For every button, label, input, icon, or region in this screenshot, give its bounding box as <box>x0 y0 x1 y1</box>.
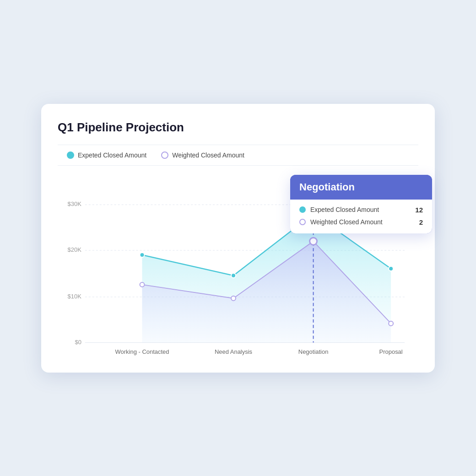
legend-bar: Expeted Closed Amount Weighted Closed Am… <box>58 145 418 166</box>
legend-dot-teal <box>67 151 74 159</box>
legend-label-purple: Weighted Closed Amount <box>172 151 244 159</box>
svg-point-15 <box>140 282 145 287</box>
main-card: Q1 Pipeline Projection Expeted Closed Am… <box>41 104 435 373</box>
svg-point-11 <box>140 253 145 257</box>
svg-point-14 <box>389 266 393 270</box>
svg-point-17 <box>310 238 317 245</box>
tooltip-label-2: Weighted Closed Amount <box>310 218 383 226</box>
tooltip-left-1: Expeted Closed Amount <box>299 206 379 213</box>
tooltip-title: Negotiation <box>299 181 423 193</box>
tooltip-body: Expeted Closed Amount 12 Weighted Closed… <box>290 200 432 233</box>
svg-point-16 <box>231 296 236 300</box>
legend-label-teal: Expeted Closed Amount <box>78 151 146 159</box>
svg-text:$20K: $20K <box>68 246 82 253</box>
svg-point-18 <box>389 321 393 325</box>
svg-point-12 <box>231 273 236 277</box>
svg-text:$0: $0 <box>75 338 81 345</box>
svg-text:Need Analysis: Need Analysis <box>215 348 253 355</box>
svg-text:Working - Contacted: Working - Contacted <box>115 348 169 355</box>
chart-area: $30K $20K $10K $0 <box>58 166 418 358</box>
tooltip-value-1: 12 <box>415 206 423 214</box>
tooltip: Negotiation Expeted Closed Amount 12 Wei… <box>290 175 432 233</box>
tooltip-row-1: Expeted Closed Amount 12 <box>299 206 423 214</box>
tooltip-label-1: Expeted Closed Amount <box>310 206 379 213</box>
legend-item-teal: Expeted Closed Amount <box>67 151 146 159</box>
tooltip-left-2: Weighted Closed Amount <box>299 218 383 226</box>
tooltip-header: Negotiation <box>290 175 432 200</box>
svg-text:$10K: $10K <box>68 292 82 299</box>
legend-item-purple: Weighted Closed Amount <box>161 151 244 159</box>
legend-dot-purple <box>161 151 168 159</box>
tooltip-row-2: Weighted Closed Amount 2 <box>299 218 423 226</box>
page-title: Q1 Pipeline Projection <box>58 120 418 135</box>
svg-text:Proposal: Proposal <box>379 348 403 355</box>
svg-text:Negotiation: Negotiation <box>298 348 329 355</box>
tooltip-dot-teal <box>299 206 306 213</box>
tooltip-value-2: 2 <box>419 218 423 226</box>
tooltip-dot-purple <box>299 219 306 225</box>
svg-text:$30K: $30K <box>68 200 82 207</box>
